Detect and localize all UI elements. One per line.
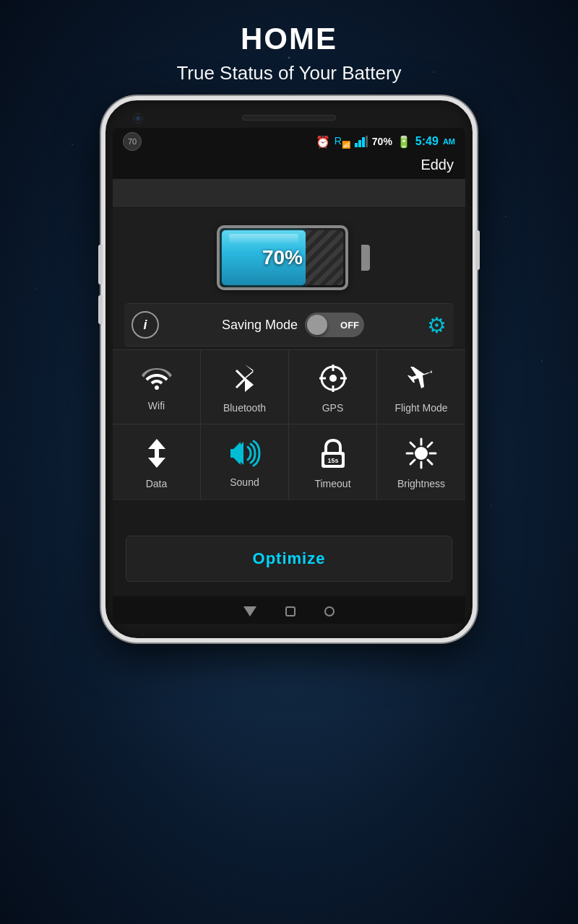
power-button[interactable]: [475, 230, 480, 270]
brightness-label: Brightness: [397, 478, 445, 489]
svg-marker-10: [148, 439, 165, 449]
phone-navigation-bar: [113, 596, 465, 624]
status-number-badge: 70: [123, 132, 142, 151]
wifi-icon: [142, 365, 172, 394]
battery-stripes: [306, 230, 343, 285]
volume-button[interactable]: [98, 245, 103, 284]
wifi-label: Wifi: [148, 400, 165, 411]
svg-text:15s: 15s: [327, 457, 338, 464]
front-camera: [133, 113, 143, 123]
phone-top-bar: [113, 109, 465, 128]
sound-icon: [229, 439, 261, 471]
battery-percent-label: 70%: [262, 246, 303, 269]
data-toggle[interactable]: Data: [113, 424, 201, 500]
sound-toggle[interactable]: Sound: [201, 424, 289, 500]
svg-marker-11: [148, 458, 165, 468]
sound-label: Sound: [230, 476, 259, 488]
signal-icon: R📶: [335, 135, 350, 149]
battery-tip: [361, 245, 370, 271]
page-title: HOME: [0, 0, 578, 56]
status-left: 70: [123, 132, 142, 151]
phone-screen: 70 ⏰ R📶 70% 🔋 5:49 AM Eddy: [113, 128, 465, 624]
gps-toggle[interactable]: GPS: [289, 350, 377, 424]
saving-mode-bar: i Saving Mode OFF ⚙: [124, 303, 454, 346]
svg-point-16: [415, 447, 428, 460]
svg-rect-3: [366, 136, 368, 147]
svg-rect-12: [155, 449, 159, 458]
battery-icon-status: 🔋: [397, 135, 411, 149]
status-time: 5:49: [415, 135, 439, 148]
info-button[interactable]: i: [131, 311, 159, 339]
recents-nav-button[interactable]: [324, 606, 335, 616]
svg-line-21: [410, 443, 415, 447]
data-label: Data: [146, 478, 168, 489]
svg-rect-2: [362, 137, 365, 147]
brightness-icon: [405, 437, 437, 472]
toggle-grid: Wifi Bluetooth: [113, 349, 465, 500]
settings-gear-icon[interactable]: ⚙: [427, 313, 447, 338]
notification-area: [113, 179, 465, 206]
battery-body: 70%: [217, 225, 348, 290]
flight-mode-label: Flight Mode: [394, 402, 447, 414]
username-bar: Eddy: [113, 155, 465, 179]
wifi-toggle[interactable]: Wifi: [113, 350, 201, 424]
timeout-label: Timeout: [314, 478, 350, 489]
signal-bars-icon: [355, 136, 368, 147]
optimize-section: Optimize: [113, 536, 465, 596]
gps-icon: [318, 363, 348, 396]
svg-rect-1: [358, 140, 361, 147]
gps-label: GPS: [322, 402, 344, 414]
saving-mode-toggle[interactable]: OFF: [305, 313, 364, 337]
username-label: Eddy: [420, 157, 454, 173]
battery-display: 70%: [124, 225, 454, 290]
screen-lower: [113, 500, 465, 536]
svg-line-23: [428, 443, 432, 447]
svg-line-24: [410, 460, 415, 464]
back-nav-button[interactable]: [243, 606, 256, 616]
brightness-toggle[interactable]: Brightness: [377, 424, 465, 500]
flight-mode-toggle[interactable]: Flight Mode: [377, 350, 465, 424]
svg-line-22: [428, 460, 432, 464]
home-nav-button[interactable]: [285, 606, 296, 616]
svg-rect-0: [355, 143, 358, 147]
phone-frame: 70 ⏰ R📶 70% 🔋 5:49 AM Eddy: [101, 96, 477, 642]
bluetooth-label: Bluetooth: [223, 402, 266, 414]
status-right: ⏰ R📶 70% 🔋 5:49 AM: [316, 135, 455, 149]
alarm-icon: ⏰: [316, 135, 330, 149]
battery-percent-status: 70%: [372, 136, 392, 147]
status-ampm: AM: [443, 137, 455, 146]
data-icon: [144, 437, 170, 472]
flight-mode-icon: [406, 363, 436, 396]
status-bar: 70 ⏰ R📶 70% 🔋 5:49 AM: [113, 128, 465, 155]
svg-point-5: [329, 375, 337, 382]
toggle-state-label: OFF: [340, 320, 359, 331]
saving-mode-label: Saving Mode: [222, 318, 298, 333]
volume-button-down[interactable]: [98, 295, 103, 324]
timeout-icon: 15s: [319, 437, 348, 472]
bluetooth-icon: [233, 363, 257, 396]
earpiece-speaker: [242, 115, 336, 121]
page-subtitle: True Status of Your Battery: [0, 62, 578, 84]
timeout-toggle[interactable]: 15s Timeout: [289, 424, 377, 500]
toggle-knob: [307, 315, 327, 335]
bluetooth-toggle[interactable]: Bluetooth: [201, 350, 289, 424]
screen-content: 70% i Saving Mode OFF ⚙: [113, 206, 465, 346]
optimize-button[interactable]: Optimize: [126, 536, 452, 582]
